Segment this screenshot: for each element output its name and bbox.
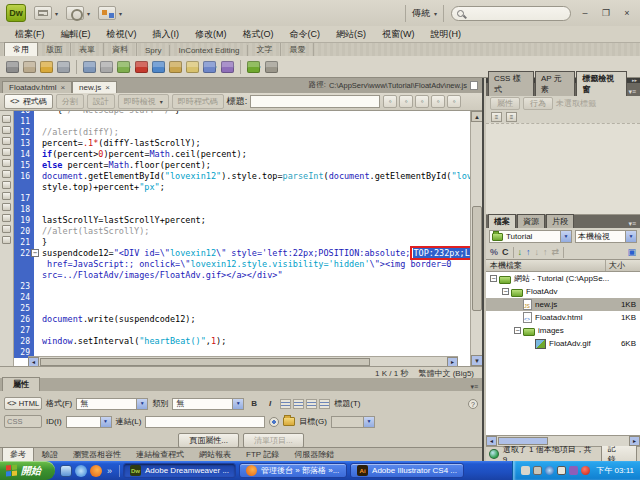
live-view-button[interactable]: 即時檢視▾ — [118, 94, 169, 109]
results-tab-0[interactable]: 參考 — [2, 447, 34, 461]
tree-row-FloatAdv.gif[interactable]: FloatAdv.gif6KB — [486, 337, 640, 350]
html-mode-button[interactable]: <>HTML — [4, 397, 42, 410]
task-button-dreamweaver[interactable]: DwAdobe Dreamweaver ... — [123, 463, 236, 478]
horizontal-scrollbar[interactable]: ◂ ▸ — [28, 356, 458, 366]
expand-icon[interactable]: ▣ — [627, 247, 636, 257]
class-select[interactable]: 無▼ — [172, 398, 244, 410]
code-view-button[interactable]: <>程式碼 — [4, 94, 53, 109]
task-button-firefox[interactable]: 管理後台 » 部落格 »... — [239, 463, 347, 478]
scroll-left-arrow[interactable]: ◂ — [28, 357, 39, 366]
view-select[interactable]: 本機檢視▼ — [575, 230, 637, 243]
check-in-icon[interactable]: ↑ — [543, 247, 548, 257]
split-view-button[interactable]: 分割 — [56, 94, 84, 109]
scroll-right-arrow[interactable]: ▸ — [447, 357, 458, 366]
insert-tab-4[interactable]: Spry — [137, 45, 170, 56]
insert-tab-3[interactable]: 資料 — [104, 43, 137, 56]
format-source-icon[interactable] — [2, 236, 11, 244]
format-select[interactable]: 無▼ — [76, 398, 148, 410]
results-tab-6[interactable]: 伺服器除錯 — [287, 448, 341, 461]
apply-comment-icon[interactable] — [2, 203, 11, 211]
menu-item-9[interactable]: 說明(H) — [424, 27, 469, 42]
insert-tab-0[interactable]: 常用 — [4, 42, 38, 56]
code-line[interactable]: 24 — [14, 292, 470, 303]
menu-item-6[interactable]: 命令(C) — [283, 27, 328, 42]
show-desktop-icon[interactable] — [60, 465, 72, 477]
file-management-icon[interactable]: ◦ — [383, 95, 397, 108]
insert-tab-1[interactable]: 版面 — [38, 43, 71, 56]
view-options-icon[interactable]: ◦ — [431, 95, 445, 108]
refresh-icon[interactable]: C — [502, 247, 509, 257]
files-tab-1[interactable]: 資源 — [517, 214, 545, 228]
code-line[interactable]: 16document.getElementById("lovexin12").s… — [14, 171, 470, 182]
files-tab-0[interactable]: 檔案 — [488, 214, 516, 228]
head-button[interactable]: ▾ — [203, 61, 217, 73]
connect-icon[interactable]: % — [490, 247, 498, 257]
panel-tab-1[interactable]: AP 元素 — [535, 71, 575, 96]
column-local-files[interactable]: 本機檔案 — [486, 260, 606, 271]
close-button[interactable]: × — [620, 7, 634, 20]
collapse-icon[interactable]: − — [490, 275, 497, 282]
menu-item-0[interactable]: 檔案(F) — [8, 27, 52, 42]
tag-chooser-button[interactable] — [265, 61, 278, 73]
tree-row-FloatAdv[interactable]: −FloatAdv — [486, 285, 640, 298]
image-button[interactable]: ▾ — [117, 61, 131, 73]
menu-item-3[interactable]: 插入(I) — [146, 27, 187, 42]
quick-launch-overflow[interactable]: » — [105, 466, 114, 476]
results-tab-4[interactable]: 網站報表 — [192, 448, 238, 461]
close-icon[interactable]: × — [60, 83, 65, 92]
results-tab-5[interactable]: FTP 記錄 — [239, 448, 286, 461]
tree-row-網站 - Tutorial (C:\AppSe...[interactable]: −網站 - Tutorial (C:\AppSe... — [486, 272, 640, 285]
document-title-input[interactable] — [250, 95, 380, 108]
ime-icon[interactable] — [557, 466, 566, 475]
horizontal-rule-button[interactable] — [57, 61, 70, 73]
menu-item-5[interactable]: 格式(O) — [236, 27, 281, 42]
code-editor[interactable]: 10 { /* Netscape stuff */ }1112//alert(d… — [0, 111, 482, 366]
results-tab-2[interactable]: 瀏覽器相容性 — [66, 448, 128, 461]
task-button-illustrator[interactable]: AiAdobe Illustrator CS4 ... — [350, 463, 464, 478]
media-button[interactable]: ▾ — [135, 61, 149, 73]
wrap-tag-icon[interactable] — [2, 225, 11, 233]
tree-row-Floatadv.html[interactable]: Floatadv.html1KB — [486, 311, 640, 324]
antivirus-icon[interactable] — [581, 466, 590, 475]
code-line[interactable]: 21} — [14, 237, 470, 248]
refresh-icon[interactable]: ◦ — [415, 95, 429, 108]
menu-item-1[interactable]: 編輯(E) — [54, 27, 98, 42]
vertical-scrollbar[interactable]: ▲ ▼ — [470, 111, 482, 366]
menu-item-4[interactable]: 修改(M) — [188, 27, 234, 42]
insert-tab-6[interactable]: 文字 — [248, 43, 281, 56]
preview-in-browser-icon[interactable]: ◦ — [399, 95, 413, 108]
files-horizontal-scrollbar[interactable]: ◂ ▸ — [486, 435, 640, 446]
workspace-switcher[interactable]: 傳統▾ — [405, 5, 444, 22]
script-button[interactable]: ▾ — [221, 61, 235, 73]
target-select[interactable]: ▼ — [331, 416, 375, 428]
bold-button[interactable]: B — [248, 399, 260, 408]
code-line[interactable]: 19lastScrollY=lastScrollY+percent; — [14, 215, 470, 226]
code-line[interactable]: 22−suspendcode12="<DIV id=\"lovexin12\" … — [14, 248, 470, 259]
check-out-icon[interactable]: ↓ — [535, 247, 540, 257]
firefox-icon[interactable] — [90, 465, 102, 477]
scrollbar-thumb[interactable] — [40, 358, 370, 366]
code-line[interactable]: style.top)+percent+"px"; — [14, 182, 470, 193]
tree-row-images[interactable]: −images — [486, 324, 640, 337]
layout-switcher[interactable]: ▾ — [34, 6, 58, 20]
code-line[interactable]: 20//alert(lastScrollY); — [14, 226, 470, 237]
column-size[interactable]: 大小 — [606, 260, 640, 271]
code-line[interactable]: 28window.setInterval("heartBeat()",1); — [14, 336, 470, 347]
code-line[interactable]: 26document.write(suspendcode12); — [14, 314, 470, 325]
collapse-icon[interactable]: − — [514, 327, 521, 334]
panel-tab-2[interactable]: 標籤檢視窗 — [576, 71, 627, 96]
put-files-icon[interactable]: ↑ — [526, 247, 531, 257]
results-tab-1[interactable]: 驗證 — [35, 448, 65, 461]
page-properties-button[interactable]: 頁面屬性... — [178, 433, 239, 448]
scroll-up-arrow[interactable]: ▲ — [471, 111, 482, 122]
email-link-button[interactable] — [23, 61, 36, 73]
minimize-button[interactable]: – — [578, 7, 592, 20]
search-input[interactable] — [451, 6, 571, 21]
check-browser-icon[interactable]: ◦ — [447, 95, 461, 108]
document-tab-new.js[interactable]: new.js× — [72, 81, 117, 93]
tree-row-new.js[interactable]: new.js1KB — [486, 298, 640, 311]
scrollbar-thumb[interactable] — [472, 206, 482, 311]
media-player-icon[interactable] — [545, 466, 554, 475]
hyperlink-button[interactable] — [6, 61, 19, 73]
results-tab-3[interactable]: 連結檢查程式 — [129, 448, 191, 461]
